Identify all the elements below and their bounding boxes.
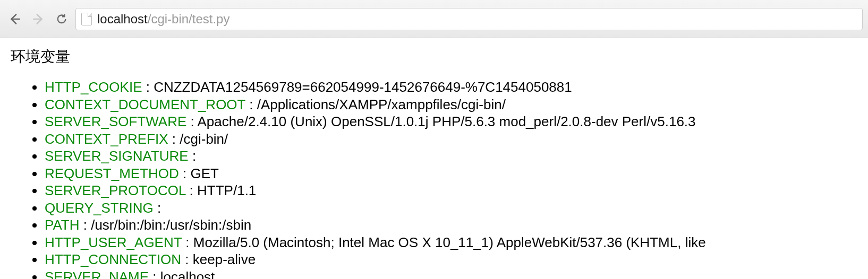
env-key: SERVER_PROTOCOL — [45, 182, 185, 198]
back-button[interactable] — [5, 10, 24, 29]
page-content: 环境变量 HTTP_COOKIE : CNZZDATA1254569789=66… — [0, 38, 868, 279]
env-key: HTTP_CONNECTION — [45, 251, 181, 267]
reload-button[interactable] — [52, 10, 71, 29]
env-sep: : — [186, 114, 197, 129]
env-value: keep-alive — [193, 251, 256, 267]
env-value: HTTP/1.1 — [197, 182, 256, 198]
env-sep: : — [189, 148, 196, 164]
url-path: /cgi-bin/test.py — [148, 12, 230, 26]
page-icon — [81, 13, 92, 25]
list-item: QUERY_STRING : — [45, 199, 857, 217]
env-value: Mozilla/5.0 (Macintosh; Intel Mac OS X 1… — [193, 234, 706, 250]
env-value: /usr/bin:/bin:/usr/sbin:/sbin — [91, 217, 251, 233]
list-item: REQUEST_METHOD : GET — [45, 165, 857, 182]
forward-button[interactable] — [29, 10, 48, 29]
env-sep: : — [149, 269, 160, 280]
list-item: CONTEXT_DOCUMENT_ROOT : /Applications/XA… — [45, 96, 857, 114]
env-sep: : — [182, 234, 193, 250]
env-value: /Applications/XAMPP/xamppfiles/cgi-bin/ — [257, 97, 506, 112]
env-key: CONTEXT_PREFIX — [45, 131, 168, 147]
env-sep: : — [245, 97, 257, 112]
env-key: HTTP_USER_AGENT — [45, 234, 182, 250]
env-value: Apache/2.4.10 (Unix) OpenSSL/1.0.1j PHP/… — [198, 114, 696, 129]
list-item: SERVER_SIGNATURE : — [45, 147, 857, 165]
list-item: SERVER_SOFTWARE : Apache/2.4.10 (Unix) O… — [45, 113, 857, 130]
env-sep: : — [185, 182, 197, 198]
list-item: HTTP_USER_AGENT : Mozilla/5.0 (Macintosh… — [45, 234, 857, 251]
list-item: SERVER_NAME : localhost — [45, 268, 857, 280]
env-value: GET — [190, 165, 218, 181]
env-key: CONTEXT_DOCUMENT_ROOT — [45, 97, 245, 112]
env-sep: : — [79, 217, 91, 233]
env-sep: : — [181, 251, 193, 267]
env-value: /cgi-bin/ — [180, 131, 228, 147]
browser-toolbar: localhost/cgi-bin/test.py — [0, 0, 868, 38]
list-item: HTTP_COOKIE : CNZZDATA1254569789=6620549… — [45, 79, 857, 96]
env-key: SERVER_NAME — [45, 269, 149, 280]
env-list: HTTP_COOKIE : CNZZDATA1254569789=6620549… — [11, 79, 857, 279]
env-key: HTTP_COOKIE — [45, 79, 142, 95]
env-key: REQUEST_METHOD — [45, 165, 179, 181]
list-item: PATH : /usr/bin:/bin:/usr/sbin:/sbin — [45, 216, 857, 234]
env-sep: : — [154, 200, 161, 216]
address-bar[interactable]: localhost/cgi-bin/test.py — [75, 8, 863, 30]
env-key: PATH — [45, 217, 79, 233]
env-key: QUERY_STRING — [45, 200, 154, 216]
env-sep: : — [142, 79, 154, 95]
list-item: HTTP_CONNECTION : keep-alive — [45, 251, 857, 268]
url-host: localhost — [97, 12, 148, 26]
list-item: SERVER_PROTOCOL : HTTP/1.1 — [45, 182, 857, 199]
list-item: CONTEXT_PREFIX : /cgi-bin/ — [45, 130, 857, 148]
url-text: localhost/cgi-bin/test.py — [97, 12, 229, 27]
page-heading: 环境变量 — [11, 47, 857, 67]
env-value: localhost — [160, 269, 215, 280]
env-sep: : — [168, 131, 180, 147]
env-value: CNZZDATA1254569789=662054999-1452676649-… — [154, 79, 572, 95]
env-sep: : — [179, 165, 191, 181]
env-key: SERVER_SOFTWARE — [45, 114, 186, 129]
env-key: SERVER_SIGNATURE — [45, 148, 189, 164]
